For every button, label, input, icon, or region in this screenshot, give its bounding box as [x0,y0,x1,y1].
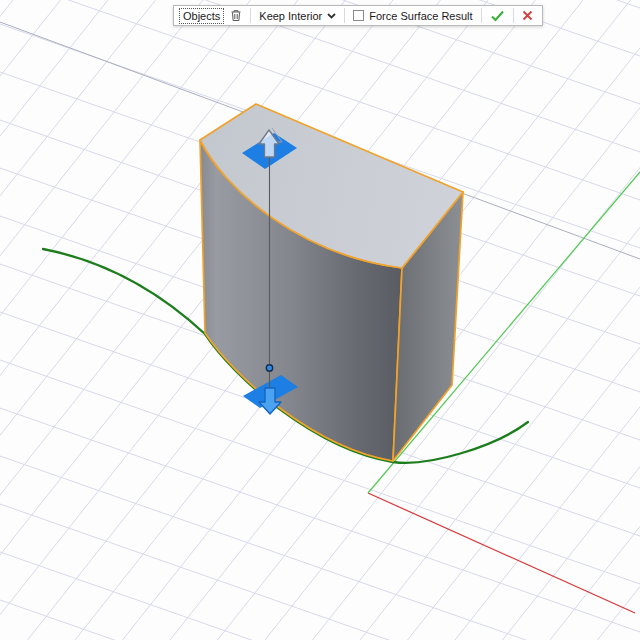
x-icon [522,10,533,21]
grid-line [0,0,13,640]
grid-line [0,0,203,640]
trash-icon [230,9,242,22]
chevron-down-icon [327,13,336,19]
toolbar-separator [481,8,482,23]
cad-window: Objects Keep Interior [0,0,640,640]
objects-button[interactable]: Objects [179,8,224,24]
grid-line [550,0,640,640]
extrude-options-toolbar: Objects Keep Interior [173,5,543,26]
grid-line [0,600,640,640]
extrude-anchor-dot[interactable] [266,365,272,371]
check-icon [490,10,505,22]
cancel-button[interactable] [518,10,537,21]
grid-line [0,552,640,640]
x-axis-line [368,493,635,613]
objects-button-label: Objects [183,10,220,22]
trash-button[interactable] [226,9,246,22]
toolbar-separator [513,8,514,23]
force-surface-result-label: Force Surface Result [369,10,472,22]
force-surface-result-option[interactable]: Force Surface Result [349,10,476,22]
confirm-button[interactable] [486,10,509,22]
toolbar-separator [344,8,345,23]
solid-body [200,104,463,461]
toolbar-separator [250,8,251,23]
keep-interior-dropdown[interactable]: Keep Interior [255,10,340,22]
viewport-canvas[interactable] [0,0,640,640]
grid-line [0,408,640,632]
grid-line [0,456,640,640]
grid-line [598,0,640,640]
force-surface-result-checkbox[interactable] [353,10,364,21]
keep-interior-label: Keep Interior [259,10,322,22]
